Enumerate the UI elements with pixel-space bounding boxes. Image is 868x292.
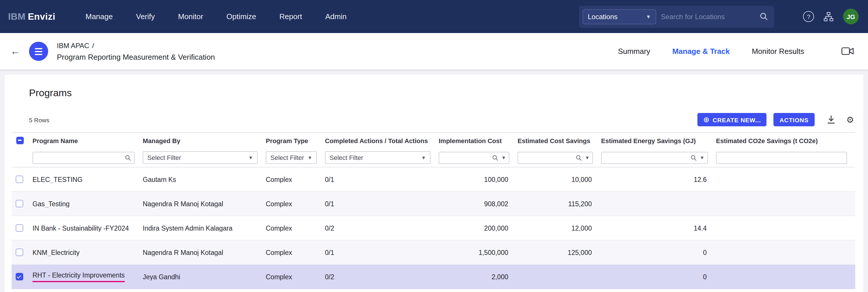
filter-estimated-co2e-savings xyxy=(716,151,847,164)
table-row-selected[interactable]: RHT - Electricity Improvements Jeya Gand… xyxy=(11,265,855,289)
chevron-down-icon: ▼ xyxy=(308,155,312,160)
row-checkbox[interactable] xyxy=(16,176,23,183)
navbar-right: Locations ▼ ? JG xyxy=(579,5,859,28)
table-row[interactable]: Gas_Testing Nagendra R Manoj Kotagal Com… xyxy=(11,192,855,216)
filter-managed-by-select[interactable]: Select Filter▼ xyxy=(143,151,258,164)
cell-estimated-energy-savings: 12.6 xyxy=(601,176,716,183)
row-checkbox[interactable] xyxy=(16,273,23,281)
cell-program-name: KNM_Electricity xyxy=(32,249,143,256)
filter-implementation-cost-input[interactable] xyxy=(442,153,492,161)
col-program-name[interactable]: Program Name xyxy=(32,137,143,144)
row-count: 5 Rows xyxy=(29,116,49,123)
section-title: Programs xyxy=(29,87,855,99)
page-header: ← IBM APAC/ Program Reporting Measuremen… xyxy=(0,33,868,70)
row-checkbox[interactable] xyxy=(16,249,23,256)
actions-button[interactable]: ACTIONS xyxy=(774,113,814,126)
table-filter-row: Select Filter▼ Select Filter▼ Select Fil… xyxy=(11,148,855,168)
page-title: Program Reporting Measurement & Verifica… xyxy=(57,52,215,61)
cell-program-type: Complex xyxy=(266,224,325,231)
search-icon xyxy=(690,154,697,161)
filter-program-type-select[interactable]: Select Filter▼ xyxy=(266,151,317,164)
program-menu-button[interactable] xyxy=(29,42,48,61)
menu-item-monitor[interactable]: Monitor xyxy=(178,12,204,21)
chevron-down-icon: ▼ xyxy=(248,155,253,160)
filter-estimated-co2e-savings-input[interactable] xyxy=(719,153,844,161)
hamburger-icon xyxy=(35,48,42,49)
filter-estimated-energy-savings-input[interactable] xyxy=(604,153,690,161)
col-managed-by[interactable]: Managed By xyxy=(143,137,266,144)
cell-implementation-cost: 100,000 xyxy=(439,176,518,183)
app: IBMEnvizi Manage Verify Monitor Optimize… xyxy=(0,0,868,292)
filter-estimated-cost-savings-input[interactable] xyxy=(521,153,576,161)
header-checkbox-cell xyxy=(11,137,32,144)
breadcrumb-separator: / xyxy=(92,41,94,49)
table-row[interactable]: IN Bank - Sustainability -FY2024 Indira … xyxy=(11,216,855,241)
cell-managed-by: Nagendra R Manoj Kotagal xyxy=(143,200,266,207)
chevron-down-icon[interactable]: ▼ xyxy=(700,155,704,160)
table-toolbar: 5 Rows ⊕CREATE NEW... ACTIONS ⚙ xyxy=(11,113,855,126)
back-arrow-icon[interactable]: ← xyxy=(10,46,20,56)
breadcrumb: IBM APAC/ Program Reporting Measurement … xyxy=(57,41,215,61)
menu-item-manage[interactable]: Manage xyxy=(86,12,113,21)
row-checkbox[interactable] xyxy=(16,200,23,208)
cell-program-type: Complex xyxy=(266,273,325,280)
cell-completed-actions: 0/1 xyxy=(325,200,439,207)
table-row[interactable]: ELEC_TESTING Gautam Ks Complex 0/1 100,0… xyxy=(11,168,855,192)
menu-item-optimize[interactable]: Optimize xyxy=(226,12,256,21)
breadcrumb-parent[interactable]: IBM APAC/ xyxy=(57,41,215,49)
locations-dropdown[interactable]: Locations ▼ xyxy=(583,9,656,24)
cell-program-name: IN Bank - Sustainability -FY2024 xyxy=(32,224,143,231)
chevron-down-icon[interactable]: ▼ xyxy=(585,155,589,160)
cell-completed-actions: 0/2 xyxy=(325,273,439,280)
gear-icon[interactable]: ⚙ xyxy=(846,115,854,124)
tab-summary[interactable]: Summary xyxy=(618,47,650,56)
cell-estimated-cost-savings: 115,200 xyxy=(518,200,601,207)
table-row[interactable]: KNM_Electricity Nagendra R Manoj Kotagal… xyxy=(11,241,855,265)
cell-estimated-cost-savings: 10,000 xyxy=(518,176,601,183)
user-avatar[interactable]: JG xyxy=(843,9,859,24)
row-checkbox[interactable] xyxy=(16,224,23,232)
search-icon xyxy=(576,154,582,161)
filter-program-name-input[interactable] xyxy=(36,153,125,161)
search-icon[interactable] xyxy=(760,12,768,21)
table-header-row: Program Name Managed By Program Type Com… xyxy=(11,132,855,148)
search-icon xyxy=(492,154,498,161)
col-program-type[interactable]: Program Type xyxy=(266,137,325,144)
menu-item-report[interactable]: Report xyxy=(279,12,302,21)
chevron-down-icon[interactable]: ▼ xyxy=(501,155,506,160)
col-completed-actions[interactable]: Completed Actions / Total Actions xyxy=(325,137,439,144)
cell-managed-by: Indira System Admin Kalagara xyxy=(143,224,266,231)
select-all-checkbox[interactable] xyxy=(16,137,24,144)
menu-item-verify[interactable]: Verify xyxy=(136,12,155,21)
tab-manage-track[interactable]: Manage & Track xyxy=(672,47,730,56)
tab-monitor-results[interactable]: Monitor Results xyxy=(752,47,804,56)
create-new-button[interactable]: ⊕CREATE NEW... xyxy=(698,113,767,126)
top-navbar: IBMEnvizi Manage Verify Monitor Optimize… xyxy=(0,0,868,33)
cell-managed-by: Jeya Gandhi xyxy=(143,273,266,280)
sitemap-icon[interactable] xyxy=(823,11,834,22)
cell-program-type: Complex xyxy=(266,176,325,183)
col-estimated-energy-savings[interactable]: Estimated Energy Savings (GJ) xyxy=(601,137,716,144)
location-search-input[interactable] xyxy=(656,12,760,21)
filter-completed-actions-select[interactable]: Select Filter▼ xyxy=(325,151,431,164)
programs-card: Programs 5 Rows ⊕CREATE NEW... ACTIONS ⚙… xyxy=(5,75,863,292)
brand-logo[interactable]: IBMEnvizi xyxy=(8,11,55,22)
cell-program-type: Complex xyxy=(266,200,325,207)
cell-managed-by: Gautam Ks xyxy=(143,176,266,183)
cell-completed-actions: 0/1 xyxy=(325,176,439,183)
cell-completed-actions: 0/2 xyxy=(325,224,439,231)
help-icon[interactable]: ? xyxy=(803,11,814,22)
menu-item-admin[interactable]: Admin xyxy=(325,12,347,21)
cell-program-type: Complex xyxy=(266,249,325,256)
video-icon[interactable] xyxy=(841,47,854,56)
filter-estimated-cost-savings: ▼ xyxy=(518,151,593,164)
col-estimated-cost-savings[interactable]: Estimated Cost Savings xyxy=(518,137,601,144)
cell-estimated-energy-savings: 0 xyxy=(601,249,716,256)
col-implementation-cost[interactable]: Implementation Cost xyxy=(439,137,518,144)
view-tabs: Summary Manage & Track Monitor Results xyxy=(618,47,854,56)
brand-ibm: IBM xyxy=(8,11,26,21)
cell-implementation-cost: 1,500,000 xyxy=(439,249,518,256)
download-icon[interactable] xyxy=(826,115,836,124)
search-icon xyxy=(125,154,131,161)
col-estimated-co2e-savings[interactable]: Estimated CO2e Savings (t CO2e) xyxy=(716,137,855,144)
